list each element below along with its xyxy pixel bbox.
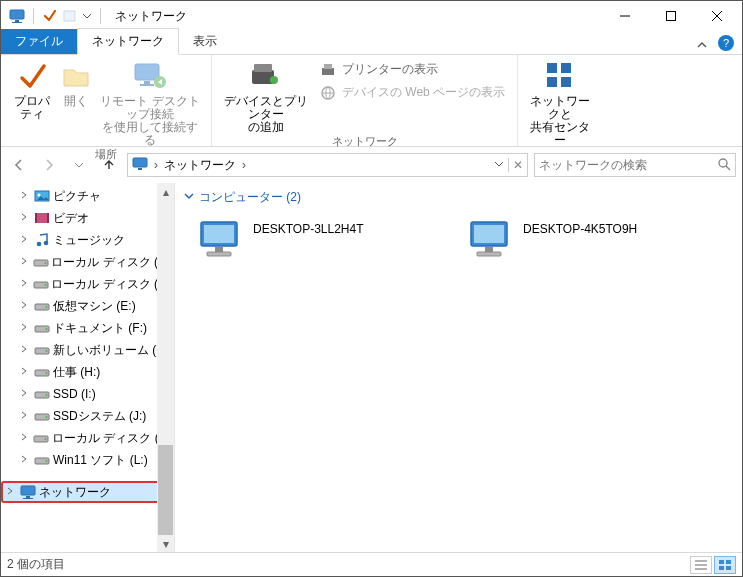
qat-properties-icon[interactable] [42,8,58,24]
tree-item[interactable]: ローカル ディスク (K:) [1,427,174,449]
chevron-right-icon[interactable] [19,343,31,357]
chevron-right-icon[interactable] [19,387,31,401]
chevron-right-icon[interactable] [19,233,31,247]
view-details-button[interactable] [690,556,712,574]
group-header-computers[interactable]: コンピューター (2) [175,183,742,212]
chevron-right-icon[interactable] [19,211,31,225]
tree-item[interactable]: Win11 ソフト (L:) [1,449,174,471]
search-box[interactable] [534,153,736,177]
chevron-right-icon[interactable] [19,299,31,313]
svg-rect-53 [21,486,35,495]
svg-rect-28 [35,213,49,223]
svg-rect-22 [133,158,147,167]
ribbon-show-printers-label: プリンターの表示 [342,61,438,78]
tree-item[interactable]: ローカル ディスク (D:) [1,273,174,295]
svg-rect-1 [15,20,19,22]
tree-item[interactable]: 仕事 (H:) [1,361,174,383]
nav-up-button[interactable] [97,153,121,177]
chevron-right-icon[interactable] [19,409,31,423]
nav-scrollbar[interactable]: ▴ ▾ [157,183,174,552]
svg-point-38 [46,306,48,308]
tree-item[interactable]: ネットワーク [1,481,174,503]
search-icon[interactable] [717,157,731,174]
breadcrumb-sep[interactable] [152,158,160,172]
help-icon[interactable]: ? [718,35,734,51]
svg-point-27 [38,194,41,197]
nav-back-button[interactable] [7,153,31,177]
chevron-right-icon[interactable] [19,453,31,467]
tree-item[interactable]: ビデオ [1,207,174,229]
tree-item-icon [32,276,49,292]
svg-rect-70 [726,566,731,570]
address-refresh-icon[interactable]: ✕ [508,158,523,172]
view-largeicons-button[interactable] [714,556,736,574]
ribbon-show-webpage-button[interactable]: デバイスの Web ページの表示 [314,82,511,103]
tree-item[interactable]: ドキュメント (F:) [1,317,174,339]
tree-item-label: 新しいボリューム (G:) [53,342,173,359]
svg-rect-55 [23,498,33,499]
qat-dropdown-icon[interactable] [82,11,92,21]
tree-item[interactable]: 新しいボリューム (G:) [1,339,174,361]
svg-rect-0 [10,10,24,19]
ribbon-show-printers-button[interactable]: プリンターの表示 [314,59,511,80]
address-dropdown-icon[interactable] [494,158,504,172]
tree-item-icon [19,484,37,500]
scroll-down-icon[interactable]: ▾ [157,535,174,552]
breadcrumb-network[interactable]: ネットワーク [164,157,236,174]
ribbon-properties-label: プロパティ [9,95,55,121]
ribbon-open-button[interactable]: 開く [57,57,95,108]
search-input[interactable] [539,158,717,172]
tree-item[interactable]: SSD (I:) [1,383,174,405]
computer-label: DESKTOP-4K5TO9H [523,216,637,236]
breadcrumb-sep-2[interactable] [240,158,248,172]
scroll-thumb[interactable] [158,445,173,535]
chevron-right-icon[interactable] [19,255,30,269]
tree-item-label: SSDシステム (J:) [53,408,146,425]
nav-forward-button[interactable] [37,153,61,177]
qat-new-folder-icon[interactable] [62,8,78,24]
svg-point-32 [44,241,49,246]
computer-item[interactable]: DESKTOP-3LL2H4T [195,216,425,264]
ribbon-rdp-label: リモート デスクトップ接続 を使用して接続する [97,95,203,147]
address-bar[interactable]: ネットワーク ✕ [127,153,528,177]
svg-rect-19 [561,63,571,73]
ribbon-rdp-button[interactable]: リモート デスクトップ接続 を使用して接続する [95,57,205,147]
tree-item[interactable]: ミュージック [1,229,174,251]
svg-point-31 [37,242,42,247]
minimize-button[interactable] [602,1,648,31]
ribbon-open-label: 開く [64,95,88,108]
ribbon-add-devices-button[interactable]: デバイスとプリンター の追加 [218,57,314,134]
computer-item[interactable]: DESKTOP-4K5TO9H [465,216,695,264]
nav-recent-dropdown[interactable] [67,153,91,177]
chevron-right-icon[interactable] [19,365,31,379]
tree-item-label: 仕事 (H:) [53,364,100,381]
ribbon-network-sharing-button[interactable]: ネットワークと 共有センター [524,57,596,147]
tree-item[interactable]: SSDシステム (J:) [1,405,174,427]
chevron-right-icon[interactable] [19,321,31,335]
ribbon-properties-button[interactable]: プロパティ [7,57,57,121]
tree-item-icon [33,188,51,204]
chevron-down-icon[interactable] [183,190,195,205]
maximize-button[interactable] [648,1,694,31]
tab-view[interactable]: 表示 [179,29,231,54]
computer-icon [465,216,513,264]
tab-file[interactable]: ファイル [1,29,77,54]
svg-rect-29 [35,213,37,223]
ribbon-collapse-icon[interactable] [690,39,714,54]
navigation-pane[interactable]: ピクチャビデオミュージックローカル ディスク (C:)ローカル ディスク (D:… [1,183,175,552]
svg-point-34 [44,262,46,264]
close-button[interactable] [694,1,740,31]
svg-point-36 [44,284,46,286]
chevron-right-icon[interactable] [19,189,31,203]
content-area[interactable]: コンピューター (2) DESKTOP-3LL2H4TDESKTOP-4K5TO… [175,183,742,552]
svg-rect-21 [561,77,571,87]
computer-icon [195,216,243,264]
chevron-right-icon[interactable] [5,485,17,499]
tree-item[interactable]: 仮想マシン (E:) [1,295,174,317]
chevron-right-icon[interactable] [19,277,30,291]
scroll-up-icon[interactable]: ▴ [157,183,174,200]
tab-network[interactable]: ネットワーク [77,28,179,55]
chevron-right-icon[interactable] [19,431,31,445]
tree-item[interactable]: ピクチャ [1,185,174,207]
tree-item[interactable]: ローカル ディスク (C:) [1,251,174,273]
